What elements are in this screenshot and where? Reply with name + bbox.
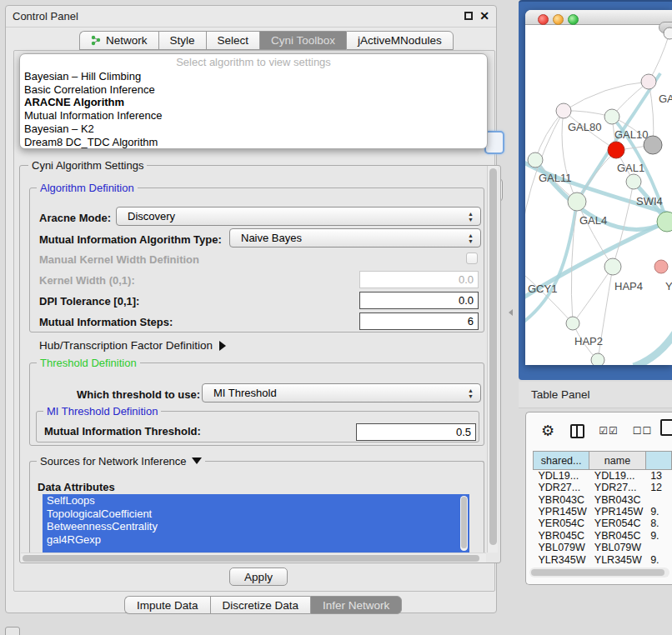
mac-zoom-button[interactable]	[568, 14, 579, 25]
list-item-partial[interactable]	[43, 546, 469, 552]
list-item[interactable]: TopologicalCoefficient	[43, 508, 469, 521]
node-gal-partial[interactable]	[641, 74, 656, 89]
node-label: SWI4	[636, 195, 663, 208]
spinner-arrows-icon: ▲▼	[468, 211, 474, 222]
list-item[interactable]: gal4RGexp	[43, 533, 469, 547]
node-label: HAP4	[614, 280, 643, 292]
tab-select-label: Select	[218, 34, 249, 47]
tab-network-label: Network	[106, 34, 148, 47]
column-header-name[interactable]: name	[589, 452, 645, 470]
list-item[interactable]: SelfLoops	[43, 494, 469, 508]
table-panel-header: Table Panel	[519, 382, 672, 408]
mi-threshold-field[interactable]: 0.5	[356, 423, 476, 441]
node-swi4[interactable]	[626, 174, 641, 189]
algorithm-option[interactable]: Mutual Information Inference	[20, 109, 487, 122]
node-gal4[interactable]	[568, 192, 586, 211]
mi-type-label: Mutual Information Algorithm Type:	[39, 233, 222, 246]
tab-jactivemnodules[interactable]: jActiveMNodules	[346, 31, 454, 50]
tab-style[interactable]: Style	[158, 31, 206, 50]
node-table[interactable]: shared... name YDL19...YDL19...13 YDR27.…	[533, 451, 672, 578]
algorithm-option[interactable]: Basic Correlation Inference	[20, 83, 487, 97]
node-label: GAL11	[539, 172, 572, 184]
node-unnamed-top[interactable]	[664, 28, 672, 39]
close-icon[interactable]: ✕	[479, 10, 489, 22]
gear-icon[interactable]: ⚙	[541, 422, 554, 440]
aracne-mode-combobox[interactable]: Discovery ▲▼	[116, 207, 481, 226]
kernel-width-field[interactable]: 0.0	[359, 271, 479, 288]
node-big-green[interactable]	[657, 212, 672, 232]
node-gal11[interactable]	[528, 152, 543, 168]
dpi-tolerance-field[interactable]: 0.0	[359, 292, 479, 309]
table-row[interactable]: YPR145WYPR145W9.	[534, 506, 672, 518]
column-view-icon[interactable]	[570, 424, 584, 438]
document-icon-fragment[interactable]	[660, 419, 672, 436]
which-threshold-combobox[interactable]: MI Threshold ▲▼	[202, 383, 481, 402]
tab-infer-network[interactable]: Infer Network	[310, 596, 402, 614]
node-gal80[interactable]	[556, 103, 571, 118]
algorithm-option-highlighted[interactable]: ARACNE Algorithm	[20, 96, 487, 109]
list-item[interactable]: BetweennessCentrality	[43, 520, 469, 533]
which-threshold-label: Which threshold to use:	[77, 388, 200, 401]
mac-minimize-button[interactable]	[553, 14, 564, 25]
float-window-icon[interactable]	[464, 12, 473, 20]
dpi-tolerance-value: 0.0	[459, 294, 474, 307]
algorithm-option[interactable]: Bayesian – Hill Climbing	[20, 70, 487, 83]
manual-kernel-checkbox[interactable]	[466, 252, 478, 264]
table-row[interactable]: YBR043CYBR043C	[534, 493, 672, 505]
aracne-mode-value: Discovery	[128, 210, 175, 222]
top-tab-bar: Network Style Select Cyni Toolbox jActiv…	[79, 31, 454, 50]
node-hap2[interactable]	[566, 317, 579, 330]
mac-close-button[interactable]	[538, 14, 549, 25]
settings-vertical-scrollbar[interactable]	[487, 166, 498, 552]
table-row[interactable]: YDL19...YDL19...13	[534, 470, 672, 482]
panel-splitter-handle[interactable]	[509, 309, 513, 316]
tab-select[interactable]: Select	[206, 31, 260, 50]
threshold-definition-title: Threshold Definition	[37, 357, 140, 369]
network-canvas[interactable]: GAL GAL80 GAL10 GAL1 GAL11 SWI4 GAL4 GCY…	[525, 25, 672, 365]
tab-impute-data-label: Impute Data	[137, 599, 198, 612]
table-row[interactable]: YLR345WYLR345W9.	[534, 553, 672, 565]
mi-steps-field[interactable]: 6	[359, 312, 479, 330]
select-all-columns-icon[interactable]: ☑☑	[599, 425, 619, 437]
tab-cyni-toolbox-label: Cyni Toolbox	[271, 34, 335, 47]
mi-type-combobox[interactable]: Naive Bayes ▲▼	[229, 228, 481, 248]
table-header-row[interactable]: shared... name	[534, 452, 672, 470]
tab-impute-data[interactable]: Impute Data	[124, 596, 210, 614]
network-window-titlebar[interactable]	[525, 10, 672, 25]
node-pink[interactable]	[654, 260, 668, 273]
table-row[interactable]: YER054CYER054C8.	[534, 518, 672, 529]
table-horizontal-scrollbar[interactable]	[529, 568, 669, 578]
bottom-left-corner-button[interactable]	[5, 627, 20, 635]
tab-style-label: Style	[170, 34, 195, 47]
table-row[interactable]: YBL079WYBL079W	[534, 542, 672, 553]
tab-cyni-toolbox[interactable]: Cyni Toolbox	[259, 31, 346, 50]
settings-horizontal-scrollbar[interactable]	[21, 552, 486, 562]
table-row[interactable]: YBR045CYBR045C9.	[534, 530, 672, 542]
algorithm-option[interactable]: Dream8 DC_TDC Algorithm	[20, 136, 487, 149]
data-attributes-list[interactable]: SelfLoops TopologicalCoefficient Between…	[43, 494, 469, 552]
apply-button[interactable]: Apply	[229, 568, 288, 586]
tab-discretize-data[interactable]: Discretize Data	[210, 596, 311, 614]
mi-steps-label: Mutual Information Steps:	[39, 316, 173, 328]
node-gal10[interactable]	[604, 109, 619, 124]
column-header-shared[interactable]: shared...	[534, 452, 589, 470]
algorithm-option[interactable]: Bayesian – K2	[20, 122, 487, 136]
mi-type-value: Naive Bayes	[241, 232, 302, 244]
cyni-algorithm-settings-title: Cyni Algorithm Settings	[28, 159, 147, 172]
node-hap4[interactable]	[604, 258, 621, 275]
table-row[interactable]: YDR27...YDR27...12	[534, 482, 672, 493]
algorithm-definition-title: Algorithm Definition	[37, 182, 138, 194]
node-unnamed-bottom[interactable]	[591, 353, 604, 365]
network-icon	[91, 35, 102, 46]
node-label: GAL80	[568, 121, 601, 133]
column-header-partial[interactable]	[645, 452, 671, 470]
sources-title[interactable]: Sources for Network Inference	[37, 455, 205, 468]
control-panel-title: Control Panel	[13, 10, 78, 22]
node-gal1[interactable]	[608, 142, 624, 158]
list-scrollbar[interactable]	[460, 496, 468, 551]
table-panel-title: Table Panel	[531, 388, 590, 401]
hub-definition-label: Hub/Transcription Factor Definition	[39, 339, 213, 352]
deselect-all-columns-icon[interactable]: ☐☐	[633, 425, 653, 437]
hub-definition-toggle[interactable]: Hub/Transcription Factor Definition	[39, 339, 226, 352]
tab-network[interactable]: Network	[79, 31, 158, 50]
